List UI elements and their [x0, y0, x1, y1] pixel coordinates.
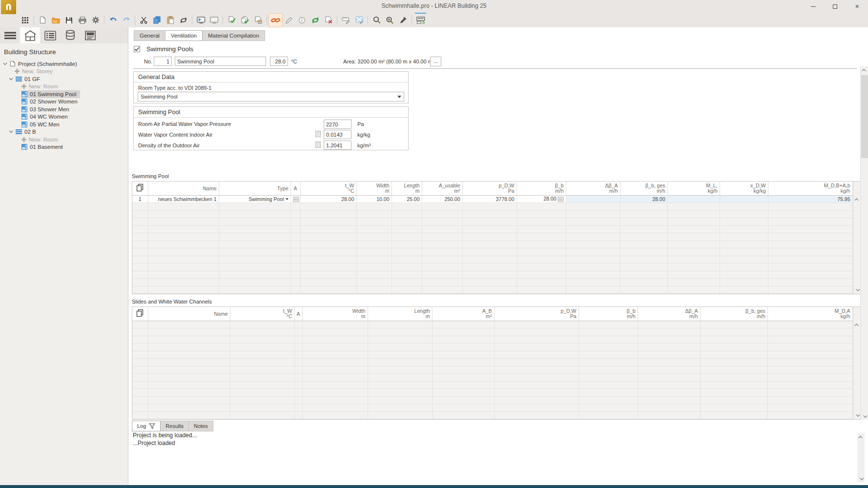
eyedropper-button[interactable] — [396, 14, 410, 27]
maximize-button[interactable] — [824, 0, 846, 13]
tree-item-label: 01 Swimming Pool — [30, 91, 76, 97]
tab-ventilation[interactable]: Ventilation — [165, 30, 203, 41]
paste-button[interactable] — [164, 14, 177, 27]
pencil-button[interactable] — [282, 14, 295, 27]
pool-table-scrollbar[interactable] — [853, 182, 861, 294]
room-type-select[interactable]: Swimming Pool — [138, 92, 404, 102]
plan-disabled-button[interactable] — [352, 14, 366, 27]
slides-table-scrollbar[interactable] — [853, 307, 861, 419]
cell-name[interactable]: neues Schwimmbecken 1 — [148, 195, 219, 203]
tab-results[interactable]: Results — [161, 421, 189, 431]
content-scrollbar[interactable] — [860, 66, 868, 420]
tree-item-new-room[interactable]: New: Room — [21, 136, 62, 143]
calculator-button[interactable] — [315, 142, 321, 148]
column-header: Lengthm — [392, 182, 422, 195]
svg-text:1: 1 — [301, 18, 303, 22]
tree-item-storey-02-b[interactable]: 02 B — [9, 128, 40, 136]
tree-item-new-room[interactable]: New: Room — [21, 83, 62, 91]
cell-beta-b[interactable]: 28.00-- — [517, 195, 566, 203]
cell-p-dw[interactable]: 3778.00 — [462, 195, 517, 203]
minimize-button[interactable] — [802, 0, 824, 13]
screen-blank-button[interactable] — [207, 14, 221, 27]
annotation-button[interactable]: 1 — [295, 14, 309, 27]
zoom-region-button[interactable] — [383, 14, 396, 27]
panel-sync-button[interactable] — [414, 14, 427, 27]
refresh-green-button[interactable] — [309, 14, 322, 27]
tree-item-project[interactable]: Project (Schwimmhalle) — [3, 60, 81, 68]
pool-number-input[interactable] — [154, 57, 172, 66]
document-calculator-button[interactable] — [251, 14, 265, 27]
cut-button[interactable] — [137, 14, 150, 27]
sidebar-tab-building[interactable] — [20, 27, 40, 43]
sidebar-tab-menu[interactable] — [0, 27, 20, 43]
tree-item-storey-01-gf[interactable]: 01 GF — [9, 75, 44, 83]
empty-table-row — [132, 279, 852, 286]
tree-item-room-wc-men[interactable]: 05 WC Men — [21, 121, 63, 128]
cell-length[interactable]: 25.00 — [392, 195, 422, 203]
scrollbar-thumb[interactable] — [861, 75, 868, 158]
tree-item-room-shower-men[interactable]: 03 Shower Men — [21, 105, 73, 113]
window-title: Schwimmhalle.pro - LINEAR Building 25 — [0, 2, 868, 9]
redo-button[interactable] — [120, 14, 133, 27]
tree-item-room-wc-women[interactable]: 04 WC Women — [21, 113, 72, 121]
beta-more-button[interactable]: -- — [558, 197, 564, 202]
close-button[interactable]: × — [846, 0, 868, 13]
open-folder-button[interactable] — [49, 14, 62, 27]
documents-check-button[interactable] — [238, 14, 251, 27]
log-scrollbar[interactable] — [857, 433, 865, 482]
zoom-button[interactable] — [370, 14, 383, 27]
new-document-button[interactable] — [36, 14, 49, 27]
sidebar-tab-database[interactable] — [60, 27, 80, 43]
tree-item-new-storey[interactable]: New: Storey — [15, 68, 57, 76]
scroll-up-button[interactable] — [857, 433, 865, 441]
chevron-down-icon — [397, 96, 401, 98]
cell-t-w[interactable]: 28.00 — [300, 195, 356, 203]
vapor-content-input[interactable] — [324, 130, 351, 139]
zoom-icon — [373, 16, 381, 24]
settings-button[interactable] — [89, 14, 102, 27]
sync-button[interactable] — [177, 14, 190, 27]
scroll-down-button[interactable] — [861, 412, 868, 420]
sidebar-tab-report[interactable] — [80, 27, 100, 43]
scroll-up-button[interactable] — [861, 66, 868, 74]
grid-menu-button[interactable] — [19, 14, 32, 27]
copy-button[interactable] — [150, 14, 164, 27]
refresh-green-icon — [311, 17, 319, 24]
document-remove-button[interactable] — [322, 14, 335, 27]
link-button[interactable] — [269, 14, 282, 27]
tree-item-room-shower-women[interactable]: 02 Shower Women — [21, 98, 82, 106]
pool-name-input[interactable] — [175, 57, 266, 66]
slides-table: Name t_W°C A Widthm Lengthm A_Bm² p_D,WP… — [132, 306, 861, 420]
pool-temp-input[interactable] — [270, 57, 288, 66]
scroll-down-button[interactable] — [857, 475, 865, 482]
print-button[interactable] — [76, 14, 89, 27]
tab-log[interactable]: Log — [132, 421, 161, 431]
cell-type[interactable]: Swimming Pool — [219, 195, 290, 203]
tree-item-room-basement[interactable]: 01 Basement — [21, 143, 67, 151]
undo-button[interactable] — [106, 14, 120, 27]
tab-notes[interactable]: Notes — [189, 421, 213, 431]
screen-insert-button[interactable] — [194, 14, 207, 27]
vapor-pressure-input[interactable] — [324, 120, 351, 129]
tab-general[interactable]: General — [134, 30, 165, 41]
density-input[interactable] — [324, 141, 351, 150]
save-button[interactable] — [62, 14, 76, 27]
calculator-button[interactable] — [315, 131, 321, 137]
measure-button[interactable] — [339, 14, 352, 27]
cell-width[interactable]: 10.00 — [356, 195, 392, 203]
tab-material-compilation[interactable]: Material Compilation — [203, 30, 265, 41]
copy-rows-button[interactable] — [132, 307, 148, 321]
empty-table-row — [132, 411, 852, 419]
document-check-button[interactable] — [225, 14, 238, 27]
copy-rows-button[interactable] — [132, 182, 148, 195]
area-more-button[interactable]: ... — [430, 57, 441, 66]
cell-a-usable[interactable]: 250.00 — [422, 195, 462, 203]
toolbar-separator — [412, 15, 412, 25]
swimming-pools-row: Swimming Pools — [134, 45, 193, 53]
swimming-pools-checkbox[interactable] — [134, 46, 140, 52]
undo-icon — [109, 17, 118, 23]
tree-item-room-swimming-pool[interactable]: 01 Swimming Pool — [21, 90, 80, 98]
cell-a-button[interactable]: ⋯ — [290, 195, 300, 203]
sidebar-tab-list[interactable] — [40, 27, 60, 43]
empty-table-row — [132, 210, 852, 218]
